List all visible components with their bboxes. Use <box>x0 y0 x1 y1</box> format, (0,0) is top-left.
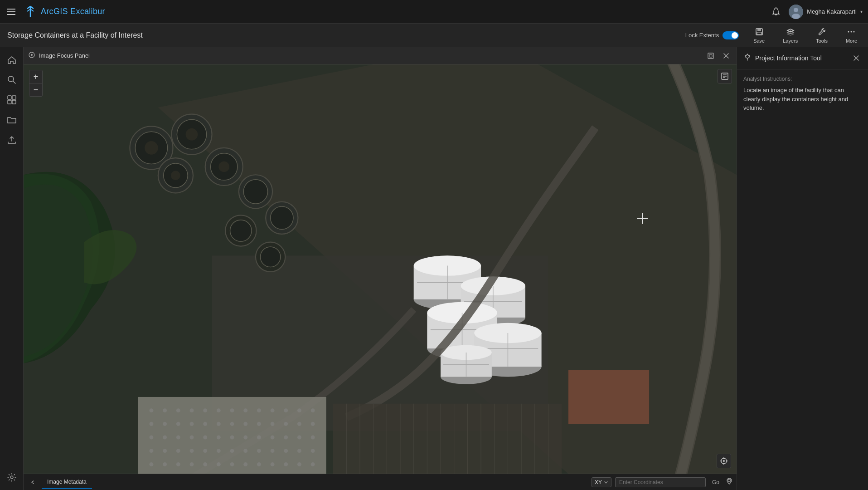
zoom-in-button[interactable]: + <box>29 70 42 83</box>
svg-point-67 <box>150 408 154 412</box>
right-panel-title: Project Information Tool <box>755 54 847 62</box>
svg-point-97 <box>203 436 207 440</box>
svg-point-121 <box>176 462 180 466</box>
svg-point-101 <box>257 436 261 440</box>
panel-expand-button[interactable] <box>705 50 717 62</box>
right-panel-close-button[interactable] <box>851 53 862 64</box>
svg-point-73 <box>230 408 234 412</box>
save-button[interactable]: Save <box>750 25 768 45</box>
go-button[interactable]: Go <box>709 478 722 487</box>
svg-point-88 <box>257 422 261 426</box>
svg-point-112 <box>230 449 234 453</box>
tools-button[interactable]: Tools <box>812 25 831 45</box>
panel-close-button[interactable] <box>720 50 732 62</box>
lock-extents-control: Lock Extents <box>685 31 739 39</box>
svg-point-32 <box>171 171 180 180</box>
svg-point-96 <box>190 436 194 440</box>
layers-button[interactable]: Layers <box>779 25 801 45</box>
image-panel: Image Focus Panel <box>24 47 737 490</box>
toolbar-right: Lock Extents Save Layers <box>685 25 861 45</box>
svg-point-118 <box>311 449 315 453</box>
app-title: ArcGIS Excalibur <box>41 7 105 16</box>
layers-icon <box>786 27 795 37</box>
lock-extents-toggle[interactable] <box>723 31 739 39</box>
tools-icon <box>817 27 827 37</box>
coord-system-select[interactable]: XY <box>592 477 611 487</box>
svg-point-75 <box>257 408 261 412</box>
more-button[interactable]: More <box>842 25 861 45</box>
image-metadata-tab[interactable]: Image Metadata <box>42 476 92 489</box>
sidebar-item-search[interactable] <box>3 71 21 89</box>
sidebar-item-folder[interactable] <box>3 111 21 129</box>
svg-point-71 <box>203 408 207 412</box>
svg-rect-10 <box>8 96 11 99</box>
svg-rect-11 <box>12 96 16 99</box>
image-panel-header: Image Focus Panel <box>24 47 737 64</box>
sidebar-item-upload[interactable] <box>3 131 21 149</box>
svg-point-111 <box>217 449 221 453</box>
svg-point-92 <box>311 422 315 426</box>
coordinate-input[interactable] <box>615 477 706 487</box>
more-label: More <box>846 38 857 44</box>
svg-point-128 <box>271 462 275 466</box>
topbar-right: Megha Kakaraparti ▾ <box>771 5 863 19</box>
satellite-image <box>24 64 737 474</box>
analyst-instructions-label: Analyst Instructions: <box>743 76 862 82</box>
svg-point-72 <box>217 408 221 412</box>
svg-point-122 <box>190 462 194 466</box>
svg-point-34 <box>243 180 267 204</box>
svg-rect-18 <box>709 54 712 57</box>
right-panel-content: Analyst Instructions: Locate an image of… <box>737 69 868 119</box>
location-pin-icon <box>726 478 733 486</box>
main-content: Image Focus Panel <box>24 47 868 490</box>
svg-point-77 <box>284 408 288 412</box>
zoom-out-button[interactable]: − <box>29 83 42 96</box>
svg-point-69 <box>176 408 180 412</box>
svg-point-8 <box>853 31 855 33</box>
sidebar-item-home[interactable] <box>3 51 21 69</box>
svg-point-84 <box>203 422 207 426</box>
coordinate-section: XY Go <box>592 477 733 487</box>
zoom-controls: + − <box>29 70 43 97</box>
avatar <box>789 5 803 19</box>
panel-title-text: Image Focus Panel <box>39 52 701 59</box>
svg-point-109 <box>190 449 194 453</box>
svg-point-16 <box>31 54 33 56</box>
svg-point-103 <box>284 436 288 440</box>
svg-point-26 <box>186 128 198 141</box>
svg-point-83 <box>190 422 194 426</box>
panel-title-icon <box>28 51 35 60</box>
right-panel: Project Information Tool Analyst Instruc… <box>737 47 868 490</box>
metadata-corner-button[interactable] <box>718 69 732 83</box>
notification-icon[interactable] <box>771 6 781 17</box>
svg-point-9 <box>8 76 14 82</box>
bottom-bar: Image Metadata XY Go <box>24 474 737 490</box>
svg-point-102 <box>271 436 275 440</box>
svg-point-7 <box>851 31 852 33</box>
svg-point-89 <box>271 422 275 426</box>
svg-point-14 <box>10 476 13 479</box>
bottom-bar-chevron[interactable] <box>27 477 38 488</box>
svg-rect-12 <box>8 100 11 104</box>
svg-point-70 <box>190 408 194 412</box>
svg-point-86 <box>230 422 234 426</box>
hamburger-menu-button[interactable] <box>5 5 18 18</box>
app-logo: ArcGIS Excalibur <box>24 5 105 19</box>
svg-point-87 <box>243 422 247 426</box>
svg-point-126 <box>243 462 247 466</box>
sidebar-item-settings[interactable] <box>3 468 21 486</box>
svg-rect-145 <box>333 404 562 474</box>
right-panel-header: Project Information Tool <box>737 47 868 69</box>
svg-point-68 <box>163 408 167 412</box>
svg-point-107 <box>163 449 167 453</box>
svg-point-23 <box>145 141 158 155</box>
svg-point-2 <box>792 14 800 19</box>
left-sidebar <box>0 47 24 490</box>
sidebar-item-grid[interactable] <box>3 91 21 109</box>
user-info[interactable]: Megha Kakaraparti ▾ <box>789 5 863 19</box>
svg-point-81 <box>163 422 167 426</box>
svg-point-115 <box>271 449 275 453</box>
reset-view-button[interactable] <box>717 454 731 468</box>
svg-point-1 <box>794 8 798 12</box>
topbar: ArcGIS Excalibur Megha Kakaraparti ▾ <box>0 0 868 24</box>
